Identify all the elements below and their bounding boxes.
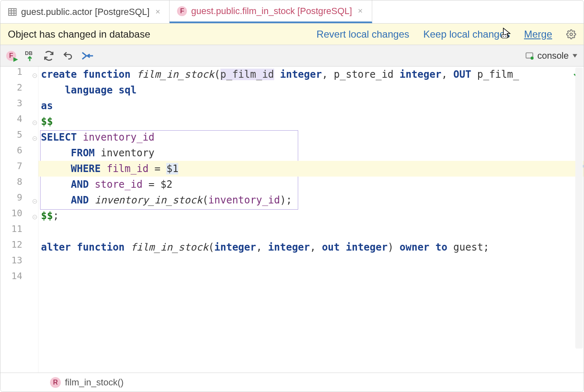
- gutter-line: 9: [0, 192, 38, 208]
- code-line[interactable]: create function film_in_stock(p_film_id …: [38, 67, 584, 82]
- function-icon: F: [177, 6, 187, 16]
- tab-title: guest.public.actor [PostgreSQL]: [21, 7, 150, 17]
- code-line[interactable]: $$: [38, 114, 584, 129]
- code-line[interactable]: SELECT inventory_id: [38, 129, 584, 145]
- gutter-line: 12: [0, 239, 38, 255]
- gutter-line: 10: [0, 208, 38, 224]
- merge-link[interactable]: Merge: [524, 29, 552, 40]
- code-line[interactable]: AND store_id = $2: [38, 177, 584, 192]
- table-icon: [8, 7, 17, 17]
- notification-bar: Object has changed in database Revert lo…: [0, 24, 584, 45]
- gear-icon[interactable]: [566, 29, 576, 39]
- notification-message: Object has changed in database: [8, 29, 316, 40]
- close-icon[interactable]: ×: [154, 6, 162, 17]
- fold-icon[interactable]: [31, 117, 37, 123]
- gutter-line: 5: [0, 129, 38, 145]
- chevron-down-icon: [572, 53, 578, 59]
- code-line[interactable]: [38, 224, 584, 239]
- fold-icon[interactable]: [31, 133, 37, 139]
- code-line[interactable]: AND inventory_in_stock(inventory_id);: [38, 192, 584, 208]
- svg-point-5: [570, 33, 572, 36]
- db-upload-button[interactable]: DB: [24, 50, 35, 62]
- breadcrumb: R film_in_stock(): [0, 373, 584, 392]
- fold-icon[interactable]: [31, 196, 37, 201]
- code-line[interactable]: WHERE film_id = $1: [38, 161, 584, 177]
- svg-rect-0: [9, 8, 16, 15]
- code-line[interactable]: language sql: [38, 82, 584, 98]
- gutter-line: 7: [0, 161, 38, 177]
- run-button[interactable]: F: [6, 51, 16, 61]
- shrink-selection-button[interactable]: [81, 50, 94, 61]
- notification-actions: Revert local changes Keep local changes …: [316, 29, 576, 40]
- scrollbar[interactable]: [575, 67, 583, 349]
- gutter-line: 13: [0, 255, 38, 271]
- keep-link[interactable]: Keep local changes: [423, 29, 510, 40]
- gutter-line: 14: [0, 271, 38, 287]
- undo-button[interactable]: [62, 50, 73, 61]
- routine-icon: R: [50, 377, 61, 388]
- gutter-line: 6: [0, 145, 38, 161]
- svg-point-9: [531, 56, 534, 59]
- code-line[interactable]: FROM inventory: [38, 145, 584, 161]
- gutter-line: 2: [0, 82, 38, 98]
- tab-bar: guest.public.actor [PostgreSQL] × F gues…: [0, 0, 584, 24]
- code-line[interactable]: as: [38, 98, 584, 114]
- code-line[interactable]: alter function film_in_stock(integer, in…: [38, 239, 584, 255]
- gutter-line: 11: [0, 224, 38, 239]
- console-label: console: [537, 50, 569, 61]
- code-editor[interactable]: 1234567891011121314 create function film…: [0, 67, 584, 373]
- close-icon[interactable]: ×: [356, 5, 364, 17]
- code-line[interactable]: $$;: [38, 208, 584, 224]
- breadcrumb-label[interactable]: film_in_stock(): [65, 377, 124, 388]
- gutter-line: 1: [0, 67, 38, 82]
- code-line[interactable]: [38, 271, 584, 287]
- console-selector[interactable]: console: [525, 50, 578, 61]
- svg-text:DB: DB: [25, 50, 33, 56]
- code-line[interactable]: [38, 255, 584, 271]
- gutter: 1234567891011121314: [0, 67, 38, 373]
- refresh-button[interactable]: [43, 50, 54, 61]
- gutter-line: 3: [0, 98, 38, 114]
- tab-title: guest.public.film_in_stock [PostgreSQL]: [191, 6, 352, 17]
- gutter-line: 8: [0, 177, 38, 192]
- tab-film-in-stock[interactable]: F guest.public.film_in_stock [PostgreSQL…: [170, 0, 372, 23]
- fold-icon[interactable]: [31, 211, 37, 217]
- revert-link[interactable]: Revert local changes: [316, 29, 409, 40]
- fold-icon[interactable]: [31, 70, 37, 76]
- gutter-line: 4: [0, 114, 38, 129]
- editor-toolbar: F DB console: [0, 45, 584, 67]
- code-area[interactable]: create function film_in_stock(p_film_id …: [38, 67, 584, 373]
- svg-marker-6: [13, 57, 18, 62]
- tab-actor[interactable]: guest.public.actor [PostgreSQL] ×: [0, 0, 170, 23]
- svg-marker-10: [572, 54, 577, 57]
